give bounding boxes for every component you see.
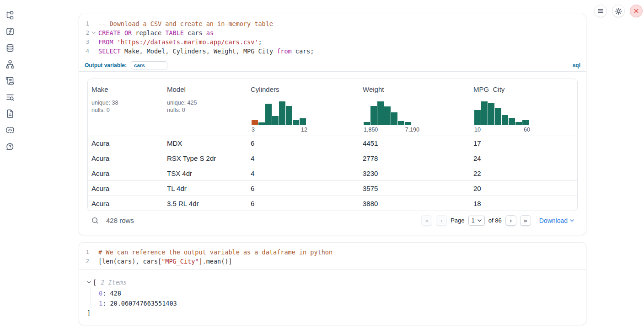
text-search-icon[interactable]	[5, 93, 15, 102]
histogram-bar	[377, 101, 384, 125]
items-count-label: 2 Items	[101, 279, 127, 286]
list-item: 0: 428	[99, 288, 586, 298]
output-variable-label: Output variable:	[85, 62, 127, 69]
histogram-bar	[300, 118, 306, 125]
histogram-bar	[481, 101, 488, 125]
column-stats: unique: 425nulls: 0	[167, 99, 243, 114]
cylinders-histogram[interactable]: 3 12	[252, 101, 307, 133]
page-select[interactable]: 1	[468, 216, 485, 226]
snippets-icon[interactable]	[5, 126, 15, 135]
axis-min-label: 10	[474, 127, 481, 133]
code-text[interactable]: -- Download a CSV and create an in-memor…	[91, 19, 273, 28]
histogram-bar	[495, 108, 501, 125]
table-row[interactable]: Acura MDX 6 4451 17	[88, 136, 577, 151]
line-number: 2	[79, 28, 91, 37]
scroll-icon[interactable]	[5, 76, 15, 85]
code-text[interactable]: # We can reference the output variable a…	[91, 248, 333, 257]
table-row[interactable]: Acura TSX 4dr 4 3230 22	[88, 166, 577, 181]
histogram-bar	[405, 122, 411, 125]
histogram-bar	[258, 122, 265, 125]
settings-button[interactable]	[612, 5, 625, 17]
tree-items: 0: 428 1: 20.060747663551403	[91, 288, 586, 308]
histogram-bar	[502, 115, 508, 125]
table-row[interactable]: Acura 3.5 RL 4dr 6 3880 18	[88, 196, 577, 211]
menu-icon	[597, 7, 604, 15]
download-button[interactable]: Download	[539, 217, 574, 224]
axis-min-label: 3	[252, 127, 255, 133]
column-header-model[interactable]: Model unique: 425nulls: 0	[163, 79, 247, 136]
histogram-bar	[370, 106, 377, 125]
code-line: 1 # We can reference the output variable…	[79, 248, 586, 257]
mpg-city-histogram[interactable]: 10 60	[474, 101, 530, 133]
histogram-bar	[522, 120, 529, 125]
first-page-button[interactable]: «	[421, 215, 432, 226]
output-variable-row: Output variable: sql	[79, 59, 586, 72]
column-header-make[interactable]: Make unique: 38nulls: 0	[88, 79, 163, 136]
fold-chevron-icon[interactable]	[92, 32, 96, 34]
item-value: 20.060747663551403	[110, 300, 177, 307]
code-text[interactable]: FROM 'https://datasets.marimo.app/cars.c…	[91, 37, 262, 47]
histogram-bar	[391, 112, 397, 125]
axis-max-label: 7,190	[405, 127, 419, 133]
item-value: 428	[110, 290, 121, 297]
menu-button[interactable]	[594, 5, 607, 17]
histogram-bar	[474, 110, 481, 125]
help-icon[interactable]	[5, 142, 15, 151]
column-stats: unique: 38nulls: 0	[91, 99, 160, 114]
histogram-bar	[509, 118, 515, 125]
data-table: Make unique: 38nulls: 0 Model unique: 42…	[87, 79, 578, 211]
sql-code-editor[interactable]: 1 -- Download a CSV and create an in-mem…	[79, 14, 586, 59]
axis-min-label: 1,850	[364, 127, 378, 133]
histogram-bar	[279, 101, 285, 125]
database-icon[interactable]	[5, 43, 15, 53]
column-header-weight[interactable]: Weight 1,850 7,19	[359, 79, 470, 136]
next-page-button[interactable]: ›	[505, 215, 516, 226]
network-icon[interactable]	[5, 60, 15, 69]
histogram-bar	[265, 104, 272, 125]
histogram-bar	[488, 103, 494, 125]
file-tree-icon[interactable]	[5, 11, 15, 20]
code-line: 2 [len(cars), cars["MPG_City"].mean()]	[79, 257, 586, 266]
sql-output: Make unique: 38nulls: 0 Model unique: 42…	[79, 72, 586, 230]
open-bracket: [	[93, 279, 97, 286]
search-icon[interactable]	[91, 217, 99, 225]
line-number: 3	[79, 37, 91, 47]
line-number: 4	[79, 47, 91, 56]
prev-page-button[interactable]: ‹	[436, 215, 447, 226]
shutdown-button[interactable]	[630, 5, 643, 17]
histogram-bar	[272, 116, 279, 125]
collapse-chevron-icon[interactable]	[87, 281, 91, 284]
sql-cell: 1 -- Download a CSV and create an in-mem…	[79, 14, 586, 235]
python-output-tree: [ 2 Items 0: 428 1: 20.060747663551403 ]	[79, 270, 586, 317]
sidebar	[0, 0, 20, 333]
last-page-button[interactable]: »	[520, 215, 531, 226]
histogram-bar	[364, 122, 370, 125]
weight-histogram[interactable]: 1,850 7,190	[364, 101, 419, 133]
code-text[interactable]: [len(cars), cars["MPG_City"].mean()]	[91, 257, 232, 266]
rows-count: 428 rows	[106, 217, 134, 224]
table-row[interactable]: Acura RSX Type S 2dr 4 2778 24	[88, 151, 577, 166]
gear-icon	[615, 7, 623, 15]
python-code-editor[interactable]: 1 # We can reference the output variable…	[79, 243, 586, 269]
function-icon[interactable]	[5, 27, 15, 36]
histogram-bar	[515, 122, 522, 125]
histogram-bar	[398, 121, 404, 125]
line-number: 2	[79, 257, 91, 266]
histogram-bar	[384, 106, 391, 125]
code-line: 1 -- Download a CSV and create an in-mem…	[79, 19, 586, 28]
column-header-cylinders[interactable]: Cylinders 3	[247, 79, 359, 136]
output-variable-input[interactable]	[131, 61, 167, 69]
column-header-mpg-city[interactable]: MPG_City 10	[470, 79, 577, 136]
code-text[interactable]: CREATE OR replace TABLE cars as	[91, 28, 214, 37]
code-text[interactable]: SELECT Make, Model, Cylinders, Weight, M…	[91, 47, 314, 56]
list-item: 1: 20.060747663551403	[99, 298, 586, 308]
chevron-down-icon	[478, 219, 482, 222]
line-number: 1	[79, 19, 91, 28]
code-line: 3 FROM 'https://datasets.marimo.app/cars…	[79, 37, 586, 47]
code-line: 2 CREATE OR replace TABLE cars as	[79, 28, 586, 37]
document-icon[interactable]	[5, 109, 15, 118]
pagination: « ‹ Page 1 of 86 › » Download	[421, 215, 574, 226]
table-row[interactable]: Acura TL 4dr 6 3575 20	[88, 180, 577, 196]
histogram-bar	[286, 106, 292, 125]
page-label: Page	[451, 217, 464, 224]
